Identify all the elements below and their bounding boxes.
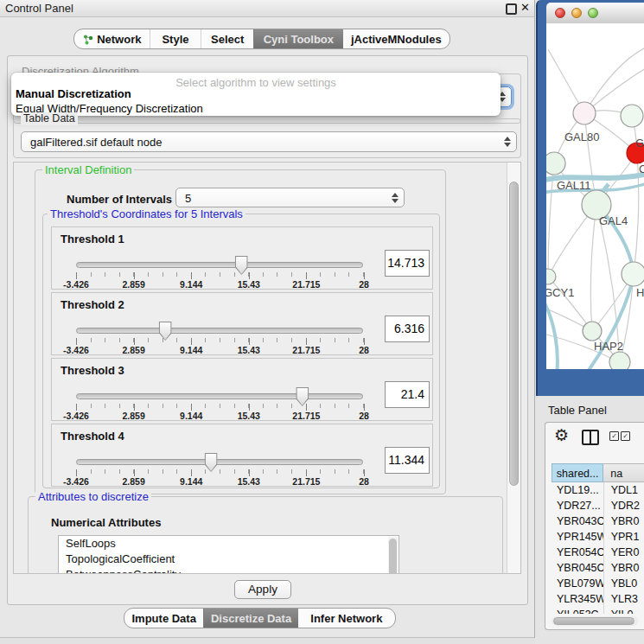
threshold-1-panel: Threshold 1 -3.426 2.859 9.144 15. [51,226,433,290]
threshold-2-value-field[interactable]: 6.316 [385,316,430,342]
threshold-4-value-field[interactable]: 11.344 [385,447,430,474]
tab-label: Network [97,33,141,46]
threshold-4-panel: Threshold 4 -3.426 2.859 9.144 15. [51,424,433,487]
combo-stepper-icon [504,137,511,147]
window-title: Control Panel [5,2,73,15]
network-icon [82,34,93,45]
split-columns-icon[interactable] [582,430,599,445]
node-label-hap2: HAP2 [594,340,623,353]
network-graph: GAL80 GA C GAL11 GAL4 GCY1 H HAP2 [546,23,644,369]
minimize-traffic-light-icon[interactable] [571,8,582,18]
table-panel-box: ⚙ ✓ ✓ shared... na YDL19...YDL1 YDR27...… [545,422,644,630]
column-header-shared-name[interactable]: shared... [552,463,603,482]
threshold-label: Threshold 4 [61,430,124,443]
vertical-scrollbar[interactable] [507,163,521,573]
column-header-name[interactable]: na [603,463,644,482]
checkbox-icon[interactable]: ✓ [609,431,619,441]
threshold-3-value-field[interactable]: 21.4 [385,381,430,408]
tab-discretize-data[interactable]: Discretize Data [203,609,297,628]
threshold-2-slider[interactable] [76,328,363,334]
node-h[interactable] [622,262,644,286]
node-label-gal11: GAL11 [557,179,591,192]
table-panel: Table Panel ⚙ ✓ ✓ shared... na YDL19...Y… [535,397,644,644]
list-item[interactable]: TopologicalCoefficient [59,552,399,567]
slider-scale-labels: -3.426 2.859 9.144 15.43 21.715 28 [76,345,364,355]
table-data-combobox[interactable]: galFiltered.sif default node [21,131,517,152]
tab-label: Cyni Toolbox [264,33,334,46]
number-of-intervals-combobox[interactable]: 5 [175,188,405,207]
table-row[interactable]: YER054CYER0 [552,545,644,560]
apply-button[interactable]: Apply [234,580,291,599]
attributes-group: Attributes to discretize Numerical Attri… [28,496,503,574]
node-label-h: H [636,286,644,299]
table-row[interactable]: YBR045CYBR0 [552,560,644,576]
node-label-gal4: GAL4 [599,214,628,227]
table-row[interactable]: YDR27...YDR2 [552,498,644,513]
node-gal11[interactable] [546,152,565,175]
table-row[interactable]: YBR043CYBR0 [552,513,644,529]
threshold-label: Threshold 3 [61,364,124,377]
network-canvas[interactable]: GAL80 GA C GAL11 GAL4 GCY1 H HAP2 [546,23,644,369]
group-title: Attributes to discretize [35,490,151,503]
cyni-toolbox-panel: Discretization Algorithm Select algorith… [7,55,528,605]
tab-cyni-toolbox[interactable]: Cyni Toolbox [253,29,343,48]
node-label-gal80: GAL80 [564,131,599,143]
tab-infer-network[interactable]: Infer Network [298,609,395,628]
list-item[interactable]: SelfLoops [59,536,399,552]
cyni-mode-tabbar: Impute Data Discretize Data Infer Networ… [124,608,396,628]
tab-label: Infer Network [310,612,382,625]
interval-definition-group: Interval Definition Number of Intervals … [35,169,446,494]
threshold-1-slider[interactable] [76,262,363,268]
threshold-3-panel: Threshold 3 -3.426 2.859 9.144 15. [51,358,433,421]
dropdown-option-manual[interactable]: Manual Discretization [16,87,131,100]
node-bottom[interactable] [609,352,630,369]
tab-label: jActiveMNodules [351,33,442,46]
tab-style[interactable]: Style [150,29,201,48]
float-window-icon[interactable] [506,3,517,15]
threshold-2-panel: Threshold 2 -3.426 2.859 9.144 15. [51,292,433,355]
scrollbar-thumb[interactable] [553,617,634,625]
numerical-attributes-label: Numerical Attributes [51,516,161,529]
checkbox-icon[interactable]: ✓ [621,431,630,441]
table-row[interactable]: YPR145WYPR1 [552,529,644,545]
table-row[interactable]: YDL19...YDL1 [552,482,644,498]
node-top-right[interactable] [621,105,643,127]
node-hap2[interactable] [583,322,602,341]
tab-impute-data[interactable]: Impute Data [124,609,203,628]
scrollbar-thumb[interactable] [509,182,519,486]
list-scrollbar[interactable] [388,537,398,574]
horizontal-scrollbar[interactable] [552,616,638,626]
node-table: shared... na YDL19...YDL1 YDR27...YDR2 Y… [552,463,644,614]
node-label-gcy1: GCY1 [546,286,574,299]
node-label-cut-c: C [639,163,644,175]
table-row[interactable]: YBL079WYBL0 [552,576,644,591]
tab-select[interactable]: Select [201,29,253,48]
list-item[interactable]: BetweennessCentrality [59,567,399,574]
node-gcy1[interactable] [546,269,556,284]
control-panel-titlebar: Control Panel ✕ [0,0,534,17]
zoom-traffic-light-icon[interactable] [588,8,598,18]
close-icon[interactable]: ✕ [520,1,530,14]
slider-scale-labels: -3.426 2.859 9.144 15.43 21.715 28 [76,279,364,290]
threshold-label: Threshold 2 [61,298,124,311]
control-panel-window: Control Panel ✕ Network Style Select Cyn… [0,0,535,638]
numerical-attributes-list[interactable]: SelfLoops TopologicalCoefficient Between… [58,535,399,574]
algorithm-dropdown-popup: Select algorithm to view settings Manual… [11,73,501,116]
threshold-label: Threshold 1 [61,233,124,245]
table-row[interactable]: YLR345WYLR3 [552,591,644,607]
combo-value: galFiltered.sif default node [30,136,162,149]
network-window-titlebar[interactable] [546,3,644,24]
tab-network[interactable]: Network [74,29,150,48]
close-traffic-light-icon[interactable] [555,8,565,18]
slider-scale-labels: -3.426 2.859 9.144 15.43 21.715 28 [76,411,364,421]
node-gal80[interactable] [573,102,596,124]
settings-scrollpane: Interval Definition Number of Intervals … [13,162,521,574]
threshold-3-slider[interactable] [76,393,363,399]
table-data-group: Table Data galFiltered.sif default node [13,118,521,158]
threshold-4-slider[interactable] [76,459,363,465]
tab-jactivemnodules[interactable]: jActiveMNodules [343,29,450,48]
threshold-1-value-field[interactable]: 14.713 [385,250,430,277]
table-row[interactable]: YIL053CYIL0 [552,607,644,614]
tab-label: Style [162,33,188,46]
gear-icon[interactable]: ⚙ [554,426,569,445]
